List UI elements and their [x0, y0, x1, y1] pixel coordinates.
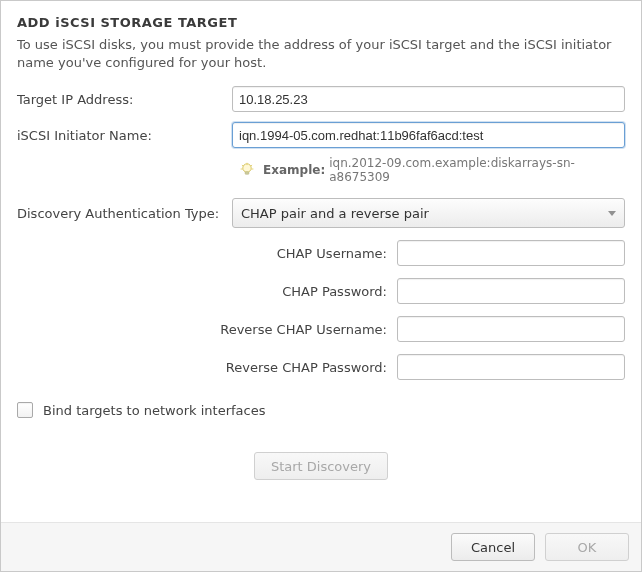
reverse-chap-username-input[interactable]: [397, 316, 625, 342]
lightbulb-icon: [239, 162, 255, 178]
iscsi-dialog: ADD iSCSI STORAGE TARGET To use iSCSI di…: [1, 1, 641, 522]
bind-targets-checkbox[interactable]: [17, 402, 33, 418]
chap-username-label: CHAP Username:: [17, 246, 397, 261]
example-text: iqn.2012-09.com.example:diskarrays-sn-a8…: [329, 156, 625, 184]
target-ip-label: Target IP Address:: [17, 92, 232, 107]
target-ip-input[interactable]: [232, 86, 625, 112]
auth-type-select[interactable]: CHAP pair and a reverse pair: [232, 198, 625, 228]
auth-type-label: Discovery Authentication Type:: [17, 206, 232, 221]
reverse-chap-password-input[interactable]: [397, 354, 625, 380]
reverse-chap-password-label: Reverse CHAP Password:: [17, 360, 397, 375]
chap-password-label: CHAP Password:: [17, 284, 397, 299]
dialog-subtitle: To use iSCSI disks, you must provide the…: [17, 36, 625, 72]
chap-password-input[interactable]: [397, 278, 625, 304]
auth-type-selected-text: CHAP pair and a reverse pair: [241, 206, 608, 221]
cancel-button[interactable]: Cancel: [451, 533, 535, 561]
initiator-name-input[interactable]: [232, 122, 625, 148]
example-prefix: Example:: [263, 163, 325, 177]
chevron-down-icon: [608, 211, 616, 216]
dialog-footer: Cancel OK: [1, 522, 641, 571]
ok-button[interactable]: OK: [545, 533, 629, 561]
svg-rect-1: [245, 172, 249, 174]
bind-targets-label: Bind targets to network interfaces: [43, 403, 265, 418]
start-discovery-button[interactable]: Start Discovery: [254, 452, 388, 480]
reverse-chap-username-label: Reverse CHAP Username:: [17, 322, 397, 337]
dialog-title: ADD iSCSI STORAGE TARGET: [17, 15, 625, 30]
chap-username-input[interactable]: [397, 240, 625, 266]
initiator-name-label: iSCSI Initiator Name:: [17, 128, 232, 143]
